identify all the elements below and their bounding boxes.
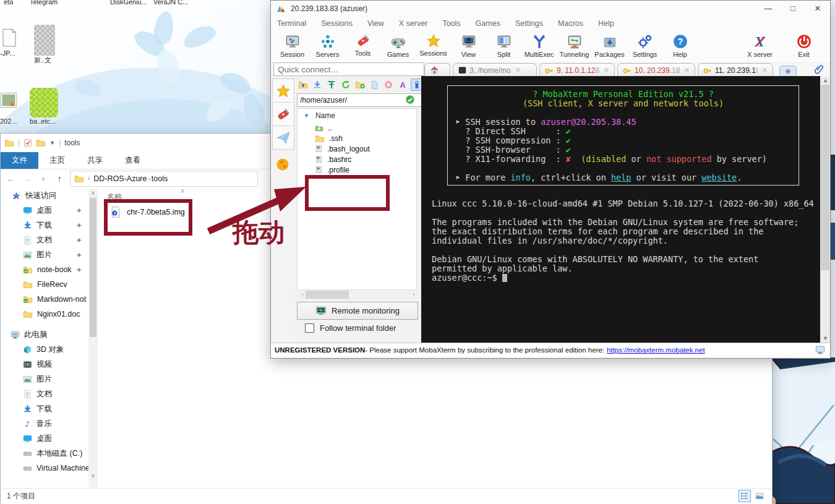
sidebar-item-本地磁盘 (C:)[interactable]: 本地磁盘 (C:) — [1, 446, 98, 461]
attachments-paperclip-icon[interactable] — [813, 64, 824, 74]
up-icon[interactable]: ↑ — [54, 174, 65, 184]
sidebar-item-FileRecv[interactable]: FileRecv — [1, 277, 98, 292]
scrollbar-thumb[interactable] — [90, 198, 96, 337]
breadcrumb-segment[interactable]: DD-ROS-Azure — [93, 174, 147, 183]
sidebar-item-视频[interactable]: 视频 — [1, 357, 98, 372]
minimize-button[interactable]: — — [756, 1, 781, 17]
tab-close-icon[interactable]: ✕ — [762, 66, 768, 74]
sidebar-item-Markdown-not[interactable]: Markdown-not — [1, 292, 98, 307]
tunneling-button[interactable]: Tunneling — [557, 32, 592, 58]
delete-button[interactable] — [382, 79, 395, 91]
history-dropdown-icon[interactable]: ∨ — [38, 176, 49, 182]
menu-sessions[interactable]: Sessions — [321, 19, 353, 28]
session-tab-2[interactable]: 9. 11.0.1.128✕ — [539, 63, 615, 77]
terminal-scrollbar[interactable]: ▲ ▼ — [820, 76, 830, 343]
desktop-icon[interactable]: 新..文 — [34, 25, 74, 65]
ribbon-tab-3[interactable]: 查看 — [114, 152, 152, 169]
macros-plane-button[interactable] — [272, 126, 294, 150]
forward-icon[interactable]: → — [22, 174, 33, 184]
ribbon-tab-1[interactable]: 主页 — [38, 152, 76, 169]
quick-connect-input[interactable] — [273, 62, 424, 76]
refresh-button[interactable] — [340, 79, 352, 91]
back-icon[interactable]: ← — [6, 174, 17, 184]
sidebar-item-桌面[interactable]: 桌面 — [1, 431, 98, 446]
scroll-down-icon[interactable]: ∨ — [88, 472, 98, 479]
scroll-up-icon[interactable]: ∧ — [88, 190, 98, 196]
sidebar-this-pc[interactable]: 此电脑 — [1, 327, 98, 342]
mobaxterm-title-bar[interactable]: 20.239.183.83 (azuser) — □ ✕ — [271, 1, 830, 17]
exit-button[interactable]: Exit — [786, 32, 821, 58]
thumbnail-view-button[interactable] — [755, 492, 764, 500]
remote-path-input[interactable] — [297, 93, 423, 107]
packages-button[interactable]: Packages — [592, 32, 627, 58]
tab-close-icon[interactable]: ✕ — [604, 66, 609, 74]
close-button[interactable]: ✕ — [805, 1, 830, 17]
menu-x-server[interactable]: X server — [399, 19, 428, 28]
tab-close-icon[interactable]: ✕ — [684, 66, 690, 74]
menu-macros[interactable]: Macros — [558, 19, 583, 28]
details-view-button[interactable] — [739, 490, 751, 502]
settings-button[interactable]: Settings — [627, 32, 662, 58]
sidebar-item-桌面[interactable]: 桌面✦ — [1, 203, 98, 218]
multiexec-button[interactable]: MultiExec — [521, 32, 557, 58]
servers-button[interactable]: Servers — [310, 32, 345, 58]
tree-header[interactable]: ▼ Name — [298, 109, 416, 122]
session-tab-3[interactable]: 10. 20.239.18✕ — [617, 63, 695, 77]
graphical-browser-icon[interactable] — [815, 345, 825, 355]
dl-button[interactable] — [311, 79, 323, 91]
remote-file-row[interactable]: .bash_logout — [298, 143, 416, 154]
terminal[interactable]: ? MobaXterm Personal Edition v21.5 ?(SSH… — [421, 76, 820, 343]
qat-dropdown-icon[interactable]: ▼ — [49, 140, 55, 146]
x-server-button[interactable]: XX server — [742, 32, 777, 58]
help-button[interactable]: ?Help — [662, 32, 698, 58]
ribbon-tab-0[interactable]: 文件 — [1, 152, 38, 169]
sort-ascending-icon[interactable]: ∧ — [180, 187, 185, 195]
column-header-name[interactable]: 名称 — [107, 192, 122, 202]
file-panel-hscrollbar[interactable]: ‹ › — [297, 290, 417, 299]
menu-games[interactable]: Games — [476, 19, 500, 28]
new-file-button[interactable] — [368, 79, 380, 91]
scrollbar-thumb[interactable] — [306, 291, 349, 299]
sidebar-item-图片[interactable]: 图片 — [1, 372, 98, 387]
new-tab-button[interactable]: ⊕ — [779, 66, 797, 77]
mobatek-link[interactable]: https://mobaxterm.mobatek.net — [607, 346, 705, 354]
ribbon-tab-2[interactable]: 共享 — [76, 152, 114, 169]
session-button[interactable]: Session — [275, 32, 310, 58]
quick-access-toolbar-check-icon[interactable] — [24, 139, 32, 147]
split-button[interactable]: Split — [486, 32, 521, 58]
tab-close-icon[interactable]: ✕ — [515, 66, 521, 74]
remote-file-row[interactable]: .bashrc — [298, 154, 416, 164]
sidebar-item-下载[interactable]: 下载✦ — [1, 218, 98, 233]
sidebar-item-音乐[interactable]: ♪音乐 — [1, 416, 98, 431]
remote-file-row[interactable]: .. — [298, 122, 416, 133]
tools-knife-button[interactable] — [272, 102, 294, 126]
games-button[interactable]: Games — [380, 32, 416, 58]
view-button[interactable]: View — [451, 32, 486, 58]
network-globe-button[interactable] — [272, 153, 293, 176]
menu-settings[interactable]: Settings — [515, 19, 543, 28]
sidebar-item-note-book[interactable]: note-book✦ — [1, 262, 98, 277]
tools-button[interactable]: Tools — [345, 32, 380, 58]
sidebar-item-文档[interactable]: 文档✦ — [1, 233, 98, 247]
checkbox[interactable] — [305, 323, 314, 333]
sidebar-item-Nginx01.doc[interactable]: Nginx01.doc — [1, 307, 98, 322]
remote-file-row[interactable]: .profile — [298, 164, 416, 175]
sort-desc-icon[interactable]: ▼ — [304, 113, 309, 119]
folder-up-button[interactable] — [297, 79, 309, 91]
remote-monitoring-button[interactable]: Remote monitoring — [297, 302, 418, 320]
breadcrumb-segment[interactable]: tools — [152, 174, 168, 183]
folder-plus-button[interactable] — [354, 79, 366, 91]
quick-access-toolbar-folder-icon[interactable] — [36, 138, 46, 148]
scrollbar-thumb[interactable] — [821, 85, 829, 270]
sidebar-scrollbar[interactable]: ∧ ∨ — [88, 189, 98, 487]
remote-file-row[interactable]: .ssh — [298, 133, 416, 143]
sidebar-quick-access[interactable]: 快速访问 — [1, 188, 98, 203]
menu-view[interactable]: View — [367, 19, 384, 28]
file-item[interactable]: ?chr-7.0beta5.img — [103, 203, 264, 221]
desktop-icon[interactable]: ba..etc... — [30, 88, 69, 125]
menu-terminal[interactable]: Terminal — [277, 19, 306, 28]
breadcrumb[interactable]: › DD-ROS-Azure›tools — [70, 171, 258, 187]
session-tab-4[interactable]: 11. 20.239.18✕ — [698, 63, 773, 77]
sessions-star-button[interactable] — [272, 79, 294, 103]
session-tab-0[interactable] — [424, 63, 450, 77]
